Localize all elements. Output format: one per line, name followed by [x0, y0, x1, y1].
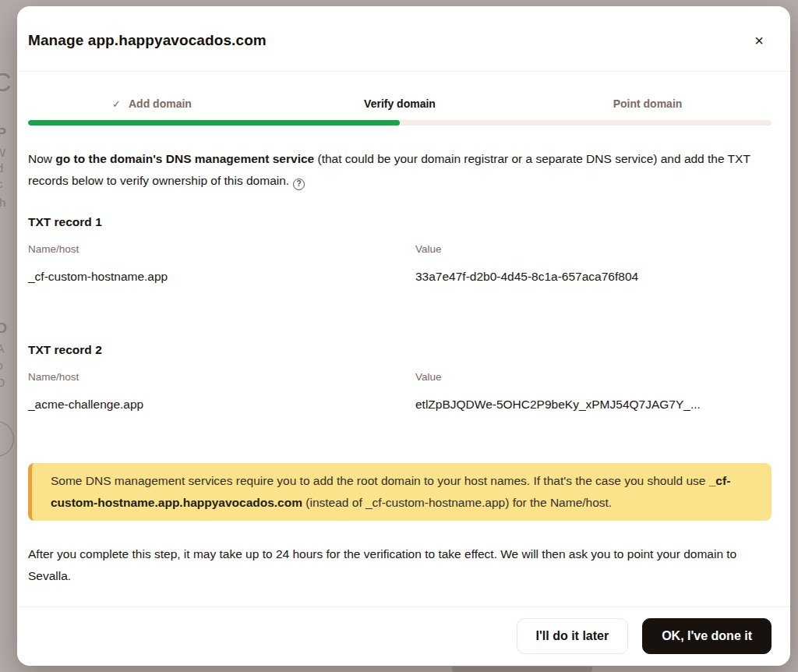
- verification-note: After you complete this step, it may tak…: [28, 543, 772, 587]
- progress-bar: [28, 120, 772, 126]
- step-label: Add domain: [129, 97, 192, 110]
- value-label: Value: [415, 371, 772, 383]
- background-text-fragment: P: [0, 126, 6, 140]
- modal-header: Manage app.happyavocados.com ×: [17, 6, 790, 72]
- background-avatar-circle: [0, 421, 14, 457]
- help-icon[interactable]: ?: [293, 179, 305, 190]
- background-text-fragment: D: [0, 377, 5, 388]
- warning-text-pre: Some DNS management services require you…: [51, 474, 709, 487]
- manage-domain-modal: Manage app.happyavocados.com × ✓ Add dom…: [17, 6, 790, 666]
- record-title: TXT record 2: [28, 343, 772, 357]
- intro-text-pre: Now: [28, 152, 55, 165]
- background-text-fragment: c: [0, 178, 3, 189]
- step-label: Verify domain: [364, 97, 436, 110]
- progress-fill: [28, 120, 400, 126]
- ok-done-button[interactable]: OK, I've done it: [642, 618, 772, 654]
- wizard-stepper: ✓ Add domain Verify domain Point domain: [28, 97, 772, 110]
- intro-text-bold: go to the domain's DNS management servic…: [55, 152, 314, 165]
- background-text-fragment: b: [0, 360, 3, 371]
- modal-body: Now go to the domain's DNS management se…: [17, 126, 790, 587]
- background-text-fragment: C: [0, 69, 12, 95]
- name-host-label: Name/host: [28, 371, 415, 383]
- name-host-label: Name/host: [28, 243, 415, 255]
- do-it-later-button[interactable]: I'll do it later: [517, 618, 629, 654]
- close-icon[interactable]: ×: [751, 30, 767, 51]
- record-value: 33a7e47f-d2b0-4d45-8c1a-657aca76f804: [415, 270, 772, 284]
- dns-warning-callout: Some DNS management services require you…: [28, 463, 772, 521]
- modal-footer: I'll do it later OK, I've done it: [17, 607, 790, 666]
- step-add-domain: ✓ Add domain: [28, 97, 276, 110]
- step-verify-domain: Verify domain: [276, 97, 524, 110]
- record-grid: Name/host Value _acme-challenge.app etlZ…: [28, 371, 772, 412]
- background-text-fragment: d: [0, 162, 3, 174]
- record-title: TXT record 1: [28, 215, 772, 229]
- background-text-fragment: D: [0, 321, 7, 335]
- record-name-host: _cf-custom-hostname.app: [28, 270, 415, 284]
- intro-text: Now go to the domain's DNS management se…: [28, 148, 772, 192]
- record-name-host: _acme-challenge.app: [28, 398, 415, 412]
- step-label: Point domain: [613, 97, 683, 110]
- background-text-fragment: A: [0, 343, 4, 354]
- check-icon: ✓: [112, 98, 121, 110]
- record-value: etlZpBJQDWe-5OHC2P9beKy_xPMJ54Q7JAG7Y_..…: [415, 398, 772, 412]
- step-point-domain: Point domain: [524, 97, 772, 110]
- txt-record-2: TXT record 2 Name/host Value _acme-chall…: [28, 343, 772, 412]
- warning-text-post: (instead of _cf-custom-hostname.app) for…: [302, 496, 612, 509]
- modal-title: Manage app.happyavocados.com: [28, 32, 267, 49]
- record-grid: Name/host Value _cf-custom-hostname.app …: [28, 243, 772, 284]
- background-text-fragment: h: [0, 196, 5, 208]
- value-label: Value: [415, 243, 772, 255]
- background-element: [452, 667, 592, 672]
- txt-record-1: TXT record 1 Name/host Value _cf-custom-…: [28, 215, 772, 284]
- background-text-fragment: W: [0, 147, 5, 158]
